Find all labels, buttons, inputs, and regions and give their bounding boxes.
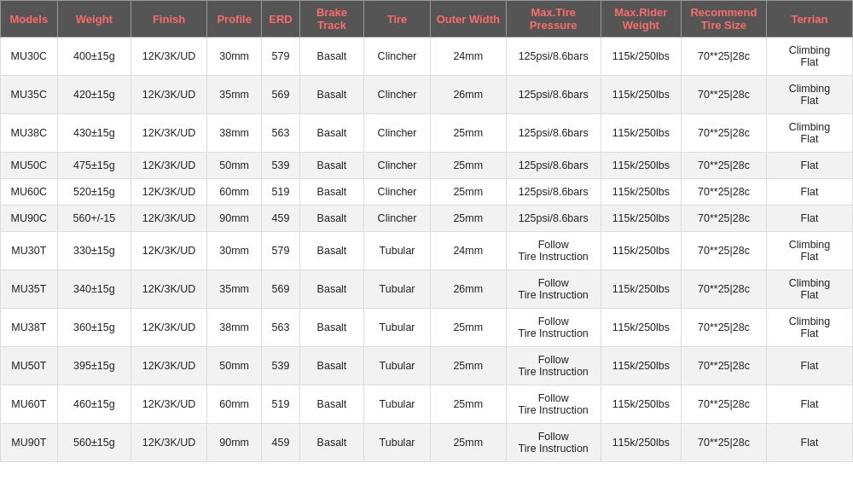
cell-outer: 26mm: [430, 76, 506, 114]
cell-recommend: 70**25|28c: [682, 232, 767, 270]
cell-maxtire: 125psi/8.6bars: [506, 206, 601, 232]
cell-maxrider: 115k/250lbs: [601, 309, 681, 347]
table-row: MU35T340±15g12K/3K/UD35mm569BasaltTubula…: [1, 270, 853, 309]
cell-models: MU38C: [1, 114, 58, 153]
cell-weight: 420±15g: [57, 76, 131, 114]
cell-tire: Tubular: [364, 424, 431, 462]
cell-recommend: 70**25|28c: [682, 179, 767, 206]
cell-tire: Tubular: [364, 347, 431, 385]
cell-terrian: ClimbingFlat: [766, 270, 852, 309]
table-row: MU50C475±15g12K/3K/UD50mm539BasaltClinch…: [1, 153, 853, 179]
header-row: Models Weight Finish Profile ERD Brake T…: [1, 1, 853, 38]
cell-profile: 38mm: [206, 114, 261, 153]
cell-models: MU30C: [1, 38, 58, 76]
cell-terrian: ClimbingFlat: [766, 76, 852, 114]
cell-profile: 38mm: [206, 309, 261, 347]
cell-finish: 12K/3K/UD: [131, 114, 207, 153]
cell-maxrider: 115k/250lbs: [601, 38, 681, 76]
cell-finish: 12K/3K/UD: [131, 270, 207, 309]
cell-profile: 50mm: [206, 153, 261, 179]
cell-tire: Tubular: [364, 270, 431, 309]
cell-weight: 360±15g: [57, 309, 131, 347]
cell-erd: 539: [262, 153, 299, 179]
cell-erd: 569: [262, 76, 299, 114]
cell-weight: 430±15g: [57, 114, 131, 153]
cell-brake: Basalt: [299, 206, 363, 232]
cell-models: MU50C: [1, 153, 58, 179]
cell-erd: 579: [262, 38, 299, 76]
col-header-tire: Tire: [364, 1, 431, 38]
col-header-outer: Outer Width: [430, 1, 506, 38]
cell-finish: 12K/3K/UD: [131, 206, 207, 232]
cell-tire: Tubular: [364, 385, 431, 424]
cell-brake: Basalt: [299, 309, 363, 347]
cell-finish: 12K/3K/UD: [131, 179, 207, 206]
cell-recommend: 70**25|28c: [682, 270, 767, 309]
cell-brake: Basalt: [299, 153, 363, 179]
cell-erd: 519: [262, 179, 299, 206]
table-row: MU38C430±15g12K/3K/UD38mm563BasaltClinch…: [1, 114, 853, 153]
table-row: MU90C560+/-1512K/3K/UD90mm459BasaltClinc…: [1, 206, 853, 232]
cell-terrian: ClimbingFlat: [766, 114, 852, 153]
cell-maxrider: 115k/250lbs: [601, 153, 681, 179]
table-body: MU30C400±15g12K/3K/UD30mm579BasaltClinch…: [1, 38, 853, 462]
col-header-brake: Brake Track: [299, 1, 363, 38]
cell-models: MU35C: [1, 76, 58, 114]
cell-maxtire: FollowTire Instruction: [506, 309, 601, 347]
cell-maxtire: FollowTire Instruction: [506, 347, 601, 385]
col-header-models: Models: [1, 1, 58, 38]
cell-brake: Basalt: [299, 114, 363, 153]
cell-weight: 460±15g: [57, 385, 131, 424]
cell-outer: 25mm: [430, 309, 506, 347]
cell-terrian: ClimbingFlat: [766, 38, 852, 76]
cell-terrian: ClimbingFlat: [766, 309, 852, 347]
cell-finish: 12K/3K/UD: [131, 309, 207, 347]
cell-tire: Clincher: [364, 153, 431, 179]
cell-terrian: ClimbingFlat: [766, 232, 852, 270]
cell-recommend: 70**25|28c: [682, 385, 767, 424]
cell-terrian: Flat: [766, 206, 852, 232]
table-row: MU60T460±15g12K/3K/UD60mm519BasaltTubula…: [1, 385, 853, 424]
cell-models: MU90T: [1, 424, 58, 462]
cell-outer: 25mm: [430, 385, 506, 424]
cell-brake: Basalt: [299, 179, 363, 206]
cell-maxtire: FollowTire Instruction: [506, 385, 601, 424]
cell-recommend: 70**25|28c: [682, 206, 767, 232]
table-row: MU38T360±15g12K/3K/UD38mm563BasaltTubula…: [1, 309, 853, 347]
table-row: MU30C400±15g12K/3K/UD30mm579BasaltClinch…: [1, 38, 853, 76]
cell-maxrider: 115k/250lbs: [601, 232, 681, 270]
table-row: MU30T330±15g12K/3K/UD30mm579BasaltTubula…: [1, 232, 853, 270]
cell-terrian: Flat: [766, 385, 852, 424]
cell-recommend: 70**25|28c: [682, 76, 767, 114]
cell-tire: Clincher: [364, 38, 431, 76]
cell-outer: 25mm: [430, 206, 506, 232]
cell-weight: 395±15g: [57, 347, 131, 385]
cell-weight: 340±15g: [57, 270, 131, 309]
cell-maxtire: 125psi/8.6bars: [506, 114, 601, 153]
cell-erd: 579: [262, 232, 299, 270]
cell-finish: 12K/3K/UD: [131, 385, 207, 424]
cell-maxrider: 115k/250lbs: [601, 179, 681, 206]
cell-profile: 30mm: [206, 232, 261, 270]
cell-profile: 60mm: [206, 179, 261, 206]
cell-erd: 459: [262, 424, 299, 462]
cell-maxrider: 115k/250lbs: [601, 270, 681, 309]
cell-maxtire: 125psi/8.6bars: [506, 76, 601, 114]
cell-maxrider: 115k/250lbs: [601, 76, 681, 114]
cell-brake: Basalt: [299, 232, 363, 270]
col-header-maxrider: Max.Rider Weight: [601, 1, 681, 38]
cell-recommend: 70**25|28c: [682, 424, 767, 462]
cell-profile: 35mm: [206, 76, 261, 114]
cell-outer: 24mm: [430, 38, 506, 76]
cell-profile: 35mm: [206, 270, 261, 309]
cell-profile: 90mm: [206, 206, 261, 232]
col-header-recommend: Recommend Tire Size: [682, 1, 767, 38]
cell-profile: 50mm: [206, 347, 261, 385]
cell-tire: Tubular: [364, 309, 431, 347]
cell-outer: 25mm: [430, 347, 506, 385]
cell-profile: 90mm: [206, 424, 261, 462]
cell-maxtire: 125psi/8.6bars: [506, 153, 601, 179]
cell-recommend: 70**25|28c: [682, 347, 767, 385]
cell-models: MU35T: [1, 270, 58, 309]
cell-terrian: Flat: [766, 424, 852, 462]
